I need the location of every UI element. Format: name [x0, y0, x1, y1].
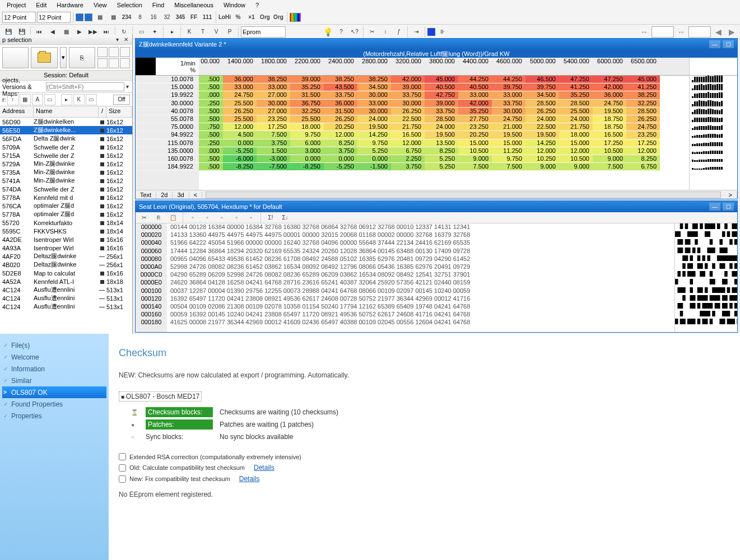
map-cell[interactable]: 36.750 [290, 100, 324, 108]
map-cell[interactable]: 6.750 [626, 163, 660, 171]
map-cell[interactable]: -8.250 [223, 163, 257, 171]
cb-rsa[interactable]: Extended RSA correction (computationally… [119, 453, 730, 460]
details-link-2[interactable]: Details [239, 475, 260, 483]
list-item[interactable]: 574DASchwelle der Z16x12 [0, 185, 132, 193]
map-cell[interactable]: 1.500 [257, 147, 290, 155]
map-cell[interactable]: 36.000 [593, 91, 626, 99]
map-cell[interactable]: 18.000 [290, 123, 324, 131]
map-cell[interactable]: -5.250 [324, 163, 357, 171]
label-345[interactable]: 345 [174, 11, 187, 24]
map-cell[interactable]: 0.000 [290, 155, 324, 163]
map-cell[interactable]: 26.250 [324, 115, 357, 123]
map-cell[interactable]: 12.000 [525, 147, 559, 155]
map-cell[interactable]: 42.000 [593, 83, 626, 91]
map-cell[interactable]: 46.500 [525, 76, 559, 83]
map-cell[interactable]: 24.750 [492, 115, 525, 123]
map-cell[interactable]: 21.750 [391, 123, 425, 131]
map-cell[interactable]: 22.500 [525, 123, 559, 131]
map-cell[interactable]: 42.000 [458, 100, 492, 108]
map-cell[interactable]: 25.500 [223, 100, 257, 108]
map-cell[interactable]: 9.750 [290, 131, 324, 139]
max-icon[interactable]: ☐ [723, 40, 734, 48]
map-cell[interactable]: 35.250 [458, 108, 492, 115]
map-cell[interactable]: 7.500 [458, 163, 492, 171]
map-cell[interactable]: 25.500 [223, 115, 257, 123]
map-cell[interactable]: 45.000 [425, 76, 458, 83]
map-cell[interactable]: 10.250 [525, 155, 559, 163]
map-cell[interactable]: 30.000 [391, 100, 425, 108]
map-cell[interactable]: 19.500 [525, 131, 559, 139]
map-cell[interactable]: 24.000 [559, 115, 593, 123]
list-item[interactable]: 5778Aoptimaler Z腿d16x12 [0, 210, 132, 218]
map-cell[interactable]: 38.250 [626, 91, 660, 99]
list-item[interactable]: 56E50Z腿dwinkelke...16x12 [0, 126, 132, 134]
map-cell[interactable]: 21.000 [492, 123, 525, 131]
map-cell[interactable]: .500 [199, 155, 223, 163]
map-cell[interactable]: 23.250 [458, 123, 492, 131]
cks-nav-ols-ok[interactable]: OLS807 OK [2, 386, 106, 398]
map-cell[interactable]: 19.500 [357, 123, 391, 131]
tag-32-icon[interactable]: 32 [161, 11, 173, 24]
map-cell[interactable]: 23.250 [626, 131, 660, 139]
cks-nav-file-s-[interactable]: File(s) [2, 339, 106, 351]
map-cell[interactable]: 39.000 [425, 100, 458, 108]
map-cell[interactable]: -8.250 [290, 163, 324, 171]
open-dropdown[interactable]: ▾ [60, 47, 67, 68]
tag-8-icon[interactable]: 8 [134, 11, 146, 24]
grid2-icon[interactable]: ▦ [107, 11, 119, 24]
map-cell[interactable]: .250 [199, 139, 223, 147]
label-x1[interactable]: ×1 [245, 11, 258, 24]
map-cell[interactable]: .500 [199, 108, 223, 115]
map-cell[interactable]: -7.500 [257, 163, 290, 171]
tab-fwd[interactable]: > [724, 192, 737, 198]
map-cell[interactable]: 24.750 [593, 100, 626, 108]
map-cell[interactable]: 0.000 [223, 139, 257, 147]
flt-5[interactable]: ▸ [61, 94, 72, 105]
map-cell[interactable]: 31.500 [324, 108, 357, 115]
map-cell[interactable]: 18.750 [593, 115, 626, 123]
flt-7[interactable]: ▭ [86, 94, 97, 105]
mini-4[interactable] [97, 58, 108, 68]
list-item[interactable]: 55720Korrekturfakto18x14 [0, 218, 132, 227]
hdr-name[interactable]: Name [34, 106, 99, 117]
map-cell[interactable]: 36.000 [324, 100, 357, 108]
map-cell[interactable]: 22.500 [391, 115, 425, 123]
map-cell[interactable]: 2.250 [391, 155, 425, 163]
map-cell[interactable]: -5.250 [223, 147, 257, 155]
map-cells[interactable]: .50036.00038.25039.00038.25038.25042.000… [199, 76, 689, 171]
list-item[interactable]: 56FDADelta Z腿dwink16x12 [0, 134, 132, 143]
map-cell[interactable]: 27.750 [458, 115, 492, 123]
map-cell[interactable]: 32.250 [290, 108, 324, 115]
search-input[interactable] [46, 82, 124, 91]
map-cell[interactable]: 0.000 [324, 155, 357, 163]
map-cell[interactable]: 17.250 [626, 139, 660, 147]
map-cell[interactable]: -3.000 [257, 155, 290, 163]
map-cell[interactable]: 28.500 [559, 100, 593, 108]
search-dropdown-icon[interactable]: ▾ [124, 83, 130, 91]
close-icon[interactable]: ✕ [122, 36, 130, 44]
points-combo-2[interactable]: 12 Point [37, 12, 71, 23]
copy-icon[interactable]: ⎘ [152, 212, 165, 224]
map-cell[interactable]: 31.500 [290, 91, 324, 99]
map-cell[interactable]: 9.000 [559, 163, 593, 171]
tab-3d[interactable]: 3d [173, 192, 189, 198]
map-cell[interactable]: 9.000 [593, 155, 626, 163]
blank-project-button[interactable] [2, 47, 29, 68]
map-cell[interactable]: 45.000 [626, 76, 660, 83]
mark-a[interactable]: ▫ [187, 212, 199, 224]
map-cell[interactable]: 3.750 [324, 147, 357, 155]
map-cell[interactable]: 23.250 [257, 115, 290, 123]
mini-3[interactable] [120, 47, 130, 57]
map-cell[interactable]: 30.000 [492, 108, 525, 115]
map-cell[interactable]: 19.500 [492, 131, 525, 139]
list-item[interactable]: 4C124Ausflu遭ennlini513x1 [0, 294, 132, 302]
list-item[interactable]: 4C124Ausflu遭ennlini513x1 [0, 286, 132, 294]
tab-2d[interactable]: 2d [156, 192, 173, 198]
map-cell[interactable]: 15.000 [458, 139, 492, 147]
map-cell[interactable]: 11.250 [492, 147, 525, 155]
menu-find[interactable]: Find [148, 1, 169, 10]
map-cell[interactable]: 12.000 [324, 131, 357, 139]
map-cell[interactable]: 38.250 [257, 76, 290, 83]
map-cell[interactable]: 7.500 [257, 131, 290, 139]
map-cell[interactable]: 28.500 [425, 115, 458, 123]
